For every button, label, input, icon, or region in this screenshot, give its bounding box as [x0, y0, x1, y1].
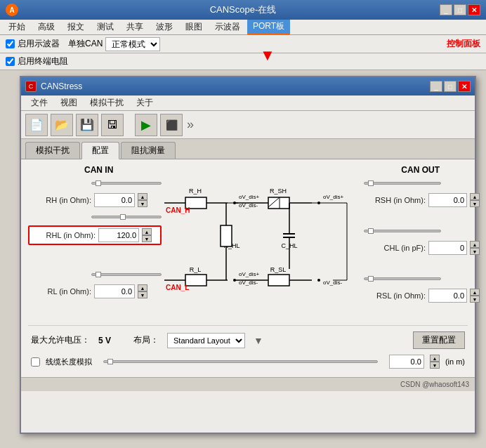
- cs-menu: 文件 视图 模拟干扰 关于: [21, 95, 475, 111]
- save-as-button[interactable]: 🖫: [101, 114, 124, 136]
- rsl-spinner[interactable]: ▲ ▼: [470, 289, 480, 303]
- tab-simulate[interactable]: 模拟干扰: [25, 142, 80, 159]
- cs-menu-view[interactable]: 视图: [55, 95, 83, 110]
- rh-slider-row[interactable]: [28, 178, 162, 189]
- menu-start[interactable]: 开始: [3, 20, 31, 34]
- svg-rect-4: [268, 197, 289, 209]
- cs-tabs: 模拟干扰 配置 阻抗测量: [21, 139, 475, 159]
- rh-input[interactable]: [94, 193, 135, 207]
- rh-label: RH (in Ohm):: [28, 196, 91, 204]
- enable-display-checkbox[interactable]: [6, 39, 15, 48]
- rsh-down[interactable]: ▼: [470, 200, 480, 207]
- menu-eye[interactable]: 眼图: [180, 20, 208, 34]
- bottom-controls: 最大允许电压： 5 V 布局： Standard Layout Compact …: [28, 325, 468, 352]
- svg-text:oV_dis+: oV_dis+: [239, 194, 259, 200]
- rsl-slider-row[interactable]: [364, 273, 480, 284]
- tab-impedance[interactable]: 阻抗测量: [121, 142, 176, 159]
- outer-menu-bar: 开始 高级 报文 测试 共享 波形 眼图 示波器 PORT板: [0, 20, 486, 35]
- control-panel-label: 控制面板: [447, 38, 480, 50]
- menu-scope[interactable]: 示波器: [209, 20, 246, 34]
- wire-sim-row: 线缆长度模拟 ▲ ▼ (in m): [28, 352, 468, 371]
- menu-share[interactable]: 共享: [121, 20, 149, 34]
- rh-down[interactable]: ▼: [138, 200, 147, 207]
- rhl-up[interactable]: ▲: [142, 228, 152, 235]
- single-can-select[interactable]: 正常模式: [105, 37, 160, 51]
- svg-rect-29: [268, 275, 289, 286]
- left-controls: RH (in Ohm): ▲ ▼: [28, 178, 162, 300]
- rl-input[interactable]: [94, 284, 135, 298]
- rsh-input[interactable]: [428, 193, 467, 207]
- svg-text:oV_dis-: oV_dis-: [239, 279, 258, 286]
- chl-spinner[interactable]: ▲ ▼: [470, 241, 480, 255]
- rl-spinner[interactable]: ▲ ▼: [138, 284, 147, 298]
- cs-menu-file[interactable]: 文件: [25, 95, 53, 110]
- reset-config-button[interactable]: 重置配置: [413, 331, 465, 349]
- svg-text:R_SH: R_SH: [270, 187, 287, 195]
- cs-menu-about[interactable]: 关于: [131, 95, 159, 110]
- cs-content: CAN IN CAN OUT: [21, 159, 475, 377]
- enable-term-checkbox[interactable]: [6, 57, 15, 66]
- rh-param-row: RH (in Ohm): ▲ ▼: [28, 192, 162, 209]
- cs-minimize[interactable]: _: [430, 81, 442, 92]
- play-button[interactable]: ▶: [135, 114, 157, 136]
- rhl-spinner[interactable]: ▲ ▼: [142, 228, 152, 242]
- menu-advanced[interactable]: 高级: [32, 20, 60, 34]
- rl-slider-row[interactable]: [28, 269, 162, 280]
- svg-text:oV_dis+: oV_dis+: [239, 271, 259, 277]
- rl-down[interactable]: ▼: [138, 291, 147, 298]
- cs-maximize[interactable]: □: [444, 81, 457, 92]
- title-bar: A CANScope-在线 _ □ ✕: [0, 0, 486, 20]
- enable-display-check[interactable]: 启用示波器: [6, 38, 60, 50]
- menu-waveform[interactable]: 波形: [150, 20, 178, 34]
- chl-input[interactable]: [428, 241, 467, 255]
- canstress-window: C CANStress _ □ ✕ 文件 视图 模拟干扰 关于 📄 📂 💾 🖫 …: [20, 76, 476, 434]
- minimize-button[interactable]: _: [440, 4, 452, 15]
- svg-text:CAN_L: CAN_L: [166, 284, 189, 291]
- wire-sim-checkbox[interactable]: [31, 357, 40, 367]
- rl-up[interactable]: ▲: [138, 284, 147, 291]
- svg-rect-14: [221, 225, 232, 246]
- maximize-button[interactable]: □: [454, 4, 466, 15]
- max-voltage-label: 最大允许电压：: [31, 334, 90, 346]
- menu-port[interactable]: PORT板: [247, 19, 290, 35]
- svg-text:R_SL: R_SL: [270, 266, 287, 273]
- circuit-svg: R_H R_SH CAN_H oV_dis+: [164, 178, 361, 318]
- wire-value-input[interactable]: [389, 355, 424, 369]
- open-button[interactable]: 📂: [51, 114, 73, 136]
- rhl-input[interactable]: [98, 228, 139, 242]
- single-can-group: 单独CAN 正常模式: [68, 37, 160, 51]
- rhl-down[interactable]: ▼: [142, 235, 152, 242]
- chl-down[interactable]: ▼: [470, 248, 480, 255]
- rsh-slider-row[interactable]: [364, 178, 480, 189]
- wire-spinner[interactable]: ▲ ▼: [430, 355, 440, 369]
- rhl-slider-row[interactable]: [28, 211, 162, 223]
- wire-up[interactable]: ▲: [430, 355, 440, 362]
- rh-spinner[interactable]: ▲ ▼: [138, 193, 147, 207]
- chl-param-row: CHL (in pF): ▲ ▼: [364, 239, 480, 256]
- layout-label: 布局：: [133, 334, 159, 346]
- menu-test[interactable]: 测试: [91, 20, 119, 34]
- canstress-status: CSDN @whaosoft143: [21, 377, 475, 391]
- chl-up[interactable]: ▲: [470, 241, 480, 248]
- circuit-diagram: R_H R_SH CAN_H oV_dis+: [164, 178, 361, 318]
- layout-select[interactable]: Standard Layout Compact Layout: [167, 333, 245, 348]
- chl-slider-row[interactable]: [364, 225, 480, 237]
- close-button[interactable]: ✕: [468, 4, 480, 15]
- cs-toolbar: 📄 📂 💾 🖫 ▶ ⬛ »: [21, 111, 475, 139]
- new-button[interactable]: 📄: [25, 114, 48, 136]
- cs-close[interactable]: ✕: [458, 81, 471, 92]
- cs-menu-sim[interactable]: 模拟干扰: [84, 95, 129, 110]
- rsh-spinner[interactable]: ▲ ▼: [470, 193, 480, 207]
- save-button[interactable]: 💾: [76, 114, 98, 136]
- rsh-up[interactable]: ▲: [470, 193, 480, 200]
- rsl-down[interactable]: ▼: [470, 296, 480, 303]
- menu-report[interactable]: 报文: [62, 20, 90, 34]
- enable-term-check[interactable]: 启用终端电阻: [6, 55, 68, 67]
- can-out-header: CAN OUT: [401, 165, 440, 175]
- wire-down[interactable]: ▼: [430, 362, 440, 369]
- rsl-up[interactable]: ▲: [470, 289, 480, 296]
- stop-button[interactable]: ⬛: [160, 114, 183, 136]
- tab-config[interactable]: 配置: [81, 142, 119, 159]
- rsl-input[interactable]: [428, 289, 467, 303]
- rh-up[interactable]: ▲: [138, 193, 147, 200]
